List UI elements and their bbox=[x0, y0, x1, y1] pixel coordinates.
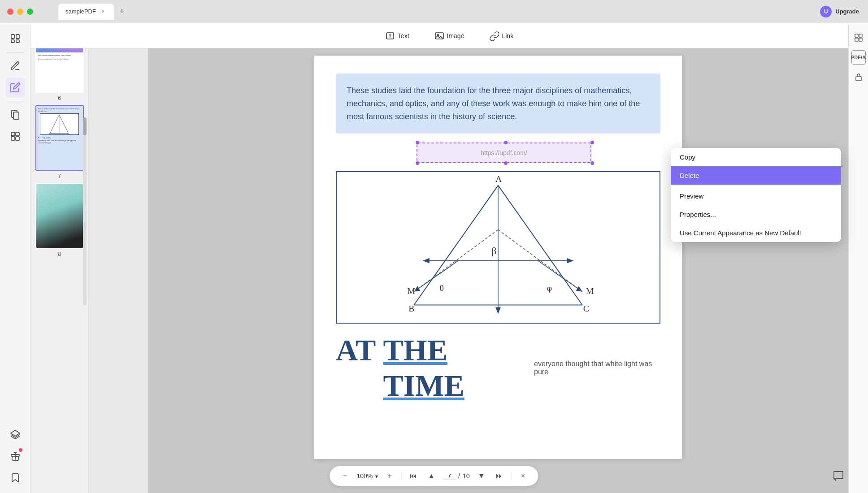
link-annotation-box[interactable]: https://updf.com/ bbox=[417, 143, 591, 163]
top-toolbar: Text Image Link bbox=[30, 23, 868, 48]
at-the-time-section: AT THE TIME everyone thought that white … bbox=[336, 333, 660, 403]
toolbar-divider-1 bbox=[401, 471, 402, 480]
tab-close-button[interactable]: × bbox=[100, 8, 107, 15]
sidebar-icon-layers[interactable] bbox=[5, 425, 25, 445]
right-icon-security[interactable] bbox=[851, 70, 866, 84]
zoom-level-display: 100% ▾ bbox=[356, 472, 378, 480]
sidebar-icon-read[interactable] bbox=[5, 29, 25, 48]
diagram-frame: A B C β M M θ φ bbox=[336, 171, 660, 324]
thumbnail-page-8[interactable]: 8 bbox=[35, 183, 84, 257]
sidebar-icon-edit[interactable] bbox=[5, 78, 25, 97]
right-icon-properties[interactable] bbox=[851, 30, 866, 45]
pdf-area: These studies laid the foundation for th… bbox=[148, 48, 848, 493]
handle-bc[interactable] bbox=[504, 161, 508, 165]
right-icon-pdfa[interactable]: PDF/A bbox=[851, 50, 866, 65]
svg-rect-27 bbox=[855, 34, 858, 37]
context-menu-delete[interactable]: Delete bbox=[671, 166, 841, 185]
page-current-input[interactable] bbox=[443, 472, 456, 480]
svg-text:B: B bbox=[408, 304, 414, 314]
thumb-image-8 bbox=[35, 183, 84, 249]
link-url-text: https://updf.com/ bbox=[481, 149, 527, 156]
svg-text:B: B bbox=[49, 133, 50, 135]
svg-line-40 bbox=[414, 261, 458, 292]
zoom-out-button[interactable]: − bbox=[339, 470, 351, 482]
thumb-label-6: 6 bbox=[58, 95, 61, 101]
svg-rect-0 bbox=[11, 35, 14, 39]
svg-line-13 bbox=[50, 115, 60, 134]
scrollbar-thumb[interactable] bbox=[83, 117, 87, 135]
right-sidebar: PDF/A bbox=[848, 23, 868, 493]
svg-rect-3 bbox=[16, 40, 19, 43]
traffic-lights bbox=[7, 9, 33, 15]
main-layout: The founder of mathematics, born in 1642… bbox=[0, 23, 868, 493]
thumb-image-7: These studies laid the foundation for th… bbox=[35, 105, 84, 171]
svg-rect-29 bbox=[855, 38, 858, 41]
at-the-time-text: AT bbox=[336, 333, 376, 368]
toolbar-divider-2 bbox=[511, 471, 512, 480]
handle-tr[interactable] bbox=[590, 141, 594, 144]
svg-rect-8 bbox=[11, 137, 15, 140]
sidebar-icon-pages[interactable] bbox=[5, 105, 25, 125]
svg-text:M: M bbox=[586, 286, 594, 296]
svg-text:A: A bbox=[495, 174, 502, 184]
comment-icon-button[interactable] bbox=[830, 468, 846, 484]
page-total: 10 bbox=[463, 472, 470, 480]
toolbar-link-button[interactable]: Link bbox=[484, 28, 519, 43]
maximize-window-button[interactable] bbox=[27, 9, 33, 15]
new-tab-button[interactable]: + bbox=[116, 5, 128, 18]
toolbar-text-label: Text bbox=[398, 32, 409, 39]
thumbnail-panel: The founder of mathematics, born in 1642… bbox=[30, 23, 89, 493]
svg-text:β: β bbox=[491, 246, 496, 256]
thumb-label-8: 8 bbox=[58, 251, 61, 257]
svg-text:C: C bbox=[583, 304, 589, 314]
close-toolbar-button[interactable]: × bbox=[517, 470, 529, 482]
zoom-dropdown-icon[interactable]: ▾ bbox=[375, 473, 378, 480]
tab-bar: samplePDF × + bbox=[58, 0, 128, 23]
handle-br[interactable] bbox=[590, 161, 594, 165]
svg-line-42 bbox=[538, 261, 582, 292]
handle-bl[interactable] bbox=[416, 161, 419, 165]
context-menu-properties[interactable]: Properties... bbox=[671, 205, 841, 224]
sidebar-icon-convert[interactable] bbox=[5, 126, 25, 146]
svg-marker-36 bbox=[495, 307, 501, 314]
link-tool-icon bbox=[489, 31, 499, 41]
toolbar-image-button[interactable]: Image bbox=[429, 28, 470, 43]
title-bar: samplePDF × + U Upgrade bbox=[0, 0, 868, 23]
sidebar-icon-gift[interactable] bbox=[5, 446, 25, 466]
pdf-tab[interactable]: samplePDF × bbox=[58, 4, 114, 20]
diagram-svg: A B C β M M θ φ bbox=[337, 172, 660, 323]
svg-rect-9 bbox=[16, 137, 19, 140]
svg-rect-5 bbox=[13, 112, 19, 119]
context-menu: Copy Delete Preview Properties... Use Cu… bbox=[671, 148, 841, 242]
scrollbar-track[interactable] bbox=[83, 117, 87, 305]
thumb-label-7: 7 bbox=[58, 173, 61, 179]
toolbar-text-button[interactable]: Text bbox=[380, 28, 415, 43]
page-separator: / bbox=[458, 472, 460, 480]
zoom-in-button[interactable]: + bbox=[383, 470, 396, 482]
the-time-text: THE TIME bbox=[383, 333, 527, 403]
close-window-button[interactable] bbox=[7, 9, 13, 15]
upgrade-button[interactable]: U Upgrade bbox=[820, 6, 859, 17]
svg-text:C: C bbox=[68, 133, 69, 135]
context-menu-use-default[interactable]: Use Current Appearance as New Default bbox=[671, 224, 841, 242]
prev-page-button[interactable]: ▲ bbox=[425, 470, 438, 482]
next-page-button[interactable]: ▼ bbox=[475, 470, 488, 482]
thumbnail-page-7[interactable]: These studies laid the foundation for th… bbox=[35, 105, 84, 179]
sidebar-icon-annotate[interactable] bbox=[5, 56, 25, 76]
subtext: everyone thought that white light was pu… bbox=[534, 360, 660, 376]
last-page-button[interactable]: ⏭ bbox=[493, 470, 506, 482]
pdf-text-block: These studies laid the foundation for th… bbox=[336, 74, 660, 134]
svg-marker-39 bbox=[423, 258, 430, 264]
minimize-window-button[interactable] bbox=[17, 9, 23, 15]
toolbar-image-label: Image bbox=[447, 32, 464, 39]
svg-rect-7 bbox=[16, 132, 19, 136]
first-page-button[interactable]: ⏮ bbox=[407, 470, 420, 482]
context-menu-preview[interactable]: Preview bbox=[671, 187, 841, 205]
pdf-page: These studies laid the foundation for th… bbox=[314, 56, 682, 459]
svg-rect-30 bbox=[859, 38, 862, 41]
page-info: / 10 bbox=[443, 472, 469, 480]
svg-rect-1 bbox=[16, 35, 19, 39]
svg-rect-28 bbox=[859, 34, 862, 37]
context-menu-copy[interactable]: Copy bbox=[671, 148, 841, 166]
sidebar-icon-bookmark[interactable] bbox=[5, 468, 25, 488]
